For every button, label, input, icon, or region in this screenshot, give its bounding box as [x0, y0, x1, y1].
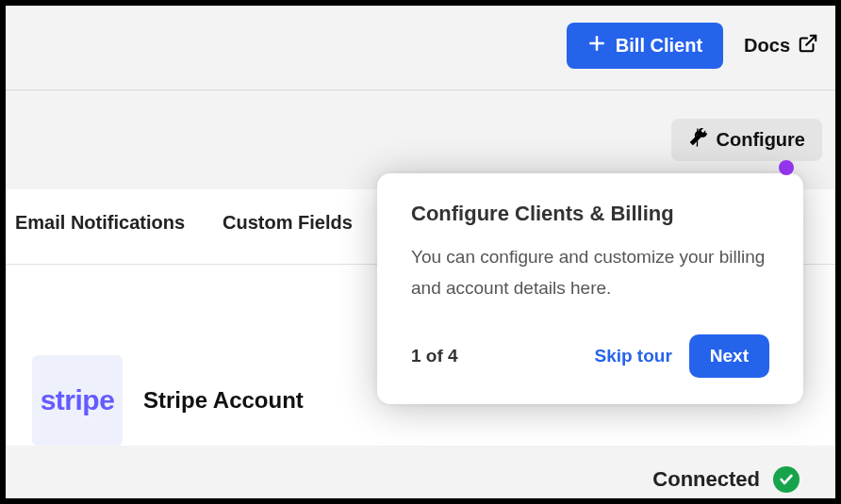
- tour-indicator-dot: [779, 160, 794, 175]
- docs-link[interactable]: Docs: [744, 33, 818, 58]
- tour-body: You can configure and customize your bil…: [411, 241, 769, 304]
- header-toolbar: Bill Client Docs: [6, 6, 835, 89]
- tour-popover: Configure Clients & Billing You can conf…: [377, 173, 803, 404]
- plus-icon: [587, 34, 606, 57]
- check-circle-icon: [773, 466, 800, 493]
- svg-line-2: [806, 36, 816, 45]
- skip-tour-button[interactable]: Skip tour: [594, 346, 671, 366]
- tab-email-notifications[interactable]: Email Notifications: [15, 212, 185, 234]
- connection-status: Connected: [652, 466, 800, 493]
- stripe-account-title: Stripe Account: [143, 387, 304, 414]
- bill-client-button[interactable]: Bill Client: [567, 23, 723, 69]
- tab-custom-fields[interactable]: Custom Fields: [223, 212, 353, 234]
- stripe-logo-text: stripe: [41, 384, 115, 416]
- configure-label: Configure: [717, 129, 805, 151]
- stripe-logo: stripe: [32, 355, 123, 446]
- configure-button[interactable]: Configure: [671, 119, 822, 161]
- external-link-icon: [798, 33, 818, 58]
- bill-client-label: Bill Client: [616, 35, 702, 57]
- wrench-icon: [688, 128, 707, 152]
- docs-label: Docs: [744, 35, 790, 57]
- tour-step-count: 1 of 4: [411, 346, 458, 366]
- next-button[interactable]: Next: [689, 334, 769, 378]
- tour-title: Configure Clients & Billing: [411, 202, 769, 226]
- tour-footer: 1 of 4 Skip tour Next: [411, 334, 769, 378]
- tour-actions: Skip tour Next: [594, 334, 769, 378]
- connection-status-label: Connected: [652, 467, 760, 492]
